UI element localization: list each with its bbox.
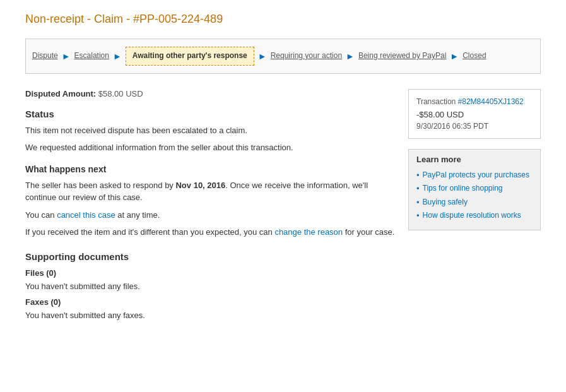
step-closed: Closed — [463, 51, 486, 61]
status-text1: This item not received dispute has been … — [25, 124, 396, 137]
step-requiring: Requiring your action — [271, 51, 342, 61]
what-next-text1: The seller has been asked to respond by … — [25, 179, 396, 204]
list-item-2: Buying safely — [416, 198, 533, 208]
transaction-title: Transaction #82M84405XJ1362 — [416, 97, 533, 106]
step-requiring-label: Requiring your action — [271, 51, 342, 61]
transaction-label: Transaction — [416, 97, 458, 106]
arrow-1: ► — [62, 51, 71, 61]
sidebar: Transaction #82M84405XJ1362 -$58.00 USD … — [408, 89, 541, 327]
arrow-3: ► — [258, 51, 267, 61]
cancel-case-link[interactable]: cancel this case — [57, 210, 115, 220]
change-reason-link[interactable]: change the reason — [274, 227, 343, 237]
learn-link-0[interactable]: PayPal protects your purchases — [423, 170, 529, 181]
faxes-text: You haven't submitted any faxes. — [25, 309, 396, 322]
what-next-text2-pre: You can — [25, 210, 57, 220]
what-next-heading: What happens next — [25, 164, 396, 174]
step-dispute: Dispute — [32, 51, 58, 61]
status-heading: Status — [25, 109, 396, 119]
what-next-date: Nov 10, 2016 — [175, 181, 225, 190]
what-next-text1-pre: The seller has been asked to respond by — [25, 181, 175, 190]
page-wrapper: Non-receipt - Claim - #PP-005-224-489 Di… — [0, 0, 566, 340]
learn-more-box: Learn more PayPal protects your purchase… — [408, 149, 541, 230]
supporting-heading: Supporting documents — [25, 251, 396, 262]
content-area: Disputed Amount: $58.00 USD Status This … — [25, 89, 541, 327]
step-closed-label: Closed — [463, 51, 486, 61]
what-next-text2-post: at any time. — [115, 210, 160, 220]
what-next-text3-post: for your case. — [343, 227, 394, 237]
learn-link-1[interactable]: Tips for online shopping — [423, 184, 503, 194]
arrow-5: ► — [450, 51, 459, 61]
transaction-amount: -$58.00 USD — [416, 110, 533, 119]
arrow-4: ► — [346, 51, 355, 61]
step-escalation: Escalation — [74, 51, 109, 61]
learn-more-heading: Learn more — [416, 155, 533, 164]
disputed-amount-row: Disputed Amount: $58.00 USD — [25, 89, 396, 98]
step-dispute-label: Dispute — [32, 51, 58, 61]
step-reviewed-label: Being reviewed by PayPal — [358, 51, 446, 61]
files-text: You haven't submitted any files. — [25, 280, 396, 293]
what-next-text2: You can cancel this case at any time. — [25, 209, 396, 222]
transaction-id-link[interactable]: #82M84405XJ1362 — [458, 97, 524, 106]
disputed-amount-label: Disputed Amount: — [25, 89, 96, 98]
transaction-box: Transaction #82M84405XJ1362 -$58.00 USD … — [408, 89, 541, 139]
transaction-date: 9/30/2016 06:35 PDT — [416, 122, 533, 131]
step-reviewed: Being reviewed by PayPal — [358, 51, 446, 61]
arrow-2: ► — [113, 51, 122, 61]
learn-link-2[interactable]: Buying safely — [423, 198, 468, 208]
main-content: Disputed Amount: $58.00 USD Status This … — [25, 89, 396, 327]
page-title: Non-receipt - Claim - #PP-005-224-489 — [25, 13, 541, 26]
learn-link-3[interactable]: How dispute resolution works — [423, 211, 521, 221]
what-next-text3-pre: If you received the item and it's differ… — [25, 227, 274, 237]
status-text2: We requested additional information from… — [25, 141, 396, 154]
faxes-heading: Faxes (0) — [25, 297, 396, 307]
step-awaiting: Awaiting other party's response — [126, 47, 254, 66]
disputed-amount-value: $58.00 USD — [98, 89, 143, 98]
step-awaiting-label: Awaiting other party's response — [133, 51, 247, 61]
step-escalation-label: Escalation — [74, 51, 109, 61]
list-item-1: Tips for online shopping — [416, 184, 533, 194]
what-next-text3: If you received the item and it's differ… — [25, 226, 396, 239]
learn-more-list: PayPal protects your purchases Tips for … — [416, 170, 533, 221]
list-item-3: How dispute resolution works — [416, 211, 533, 221]
list-item-0: PayPal protects your purchases — [416, 170, 533, 181]
files-heading: Files (0) — [25, 268, 396, 278]
progress-bar: Dispute ► Escalation ► Awaiting other pa… — [25, 39, 541, 74]
